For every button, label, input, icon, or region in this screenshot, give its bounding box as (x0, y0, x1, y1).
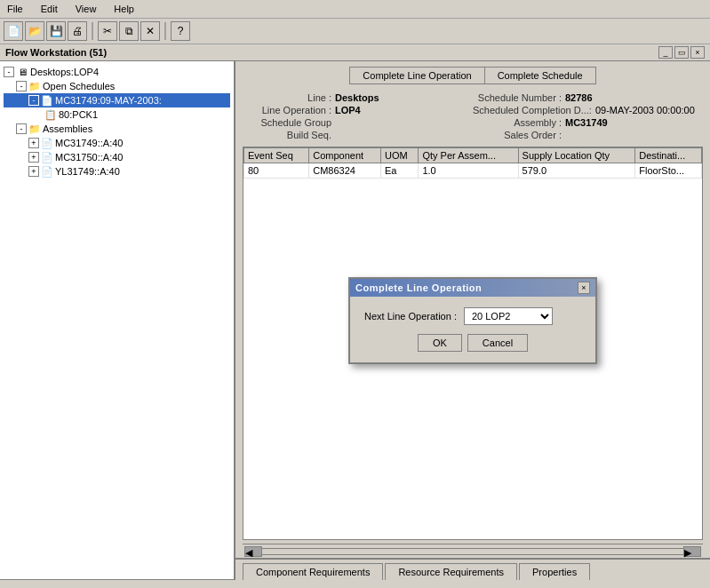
tree-icon-asm3: 📄 (41, 165, 53, 178)
menu-file[interactable]: File (4, 2, 27, 16)
window-restore-btn[interactable]: ▭ (674, 46, 689, 59)
toolbar-print-btn[interactable]: 🖨 (68, 21, 87, 41)
tree-asm1[interactable]: + 📄 MC31749::A:40 (4, 136, 230, 150)
menu-bar: File Edit View Help (0, 0, 710, 19)
tree-expand-schedules[interactable]: - (16, 81, 27, 91)
tree-assemblies[interactable]: - 📁 Assemblies (4, 122, 230, 136)
modal-close-btn[interactable]: × (578, 282, 590, 294)
tree-icon-asm2: 📄 (41, 151, 53, 163)
tree-expand-asm2[interactable]: + (28, 152, 39, 163)
tree-panel: - 🖥 Desktops:LOP4 - 📁 Open Schedules - 📄… (0, 61, 235, 580)
modal-next-op-row: Next Line Operation : 20 LOP230 LOP340 L… (364, 307, 581, 325)
tree-open-schedules[interactable]: - 📁 Open Schedules (4, 79, 230, 93)
toolbar-cut-btn[interactable]: ✂ (98, 21, 117, 41)
tree-expand-assemblies[interactable]: - (16, 123, 27, 134)
toolbar-save-btn[interactable]: 💾 (46, 21, 66, 41)
tree-expand-asm1[interactable]: + (28, 138, 39, 148)
toolbar-help-btn[interactable]: ? (171, 21, 190, 41)
window-title-bar: Flow Workstation (51) _ ▭ × (0, 44, 710, 61)
modal-cancel-btn[interactable]: Cancel (467, 334, 528, 352)
toolbar-delete-btn[interactable]: ✕ (140, 21, 160, 41)
modal-buttons: OK Cancel (364, 334, 581, 352)
toolbar-separator (92, 22, 93, 40)
menu-help[interactable]: Help (110, 2, 138, 16)
tree-icon-assemblies: 📁 (28, 123, 41, 135)
window-title: Flow Workstation (51) (5, 47, 107, 58)
tree-icon-schedules: 📁 (28, 80, 41, 92)
tree-asm2-label: MC31750::A:40 (55, 152, 123, 163)
tree-mc31749-label: MC31749:09-MAY-2003: (55, 95, 162, 106)
tree-root[interactable]: - 🖥 Desktops:LOP4 (4, 65, 230, 79)
window-controls: _ ▭ × (658, 46, 705, 59)
tree-asm3-label: YL31749::A:40 (55, 166, 120, 177)
toolbar: 📄 📂 💾 🖨 ✂ ⧉ ✕ ? (0, 19, 710, 44)
tree-open-schedules-label: Open Schedules (43, 81, 115, 91)
toolbar-open-btn[interactable]: 📂 (25, 21, 44, 41)
tree-asm1-label: MC31749::A:40 (55, 138, 123, 148)
menu-edit[interactable]: Edit (37, 2, 61, 16)
modal-title: Complete Line Operation (355, 282, 482, 293)
main-area: - 🖥 Desktops:LOP4 - 📁 Open Schedules - 📄… (0, 61, 710, 580)
modal-ok-btn[interactable]: OK (418, 334, 462, 352)
toolbar-separator2 (164, 22, 166, 40)
modal-overlay: Complete Line Operation × Next Line Oper… (235, 61, 710, 580)
tree-expand-mc31749[interactable]: - (28, 95, 39, 106)
tree-node-pck1[interactable]: 📋 80:PCK1 (4, 107, 230, 122)
tree-icon-asm1: 📄 (41, 137, 53, 149)
tree-pck1-label: 80:PCK1 (59, 109, 98, 120)
modal-dialog: Complete Line Operation × Next Line Oper… (348, 277, 597, 364)
tree-root-label: Desktops:LOP4 (30, 67, 99, 77)
menu-view[interactable]: View (72, 2, 100, 16)
tree-expand-root[interactable]: - (4, 67, 14, 77)
tree-expand-asm3[interactable]: + (28, 166, 39, 177)
tree-assemblies-label: Assemblies (43, 123, 92, 134)
window-close-btn[interactable]: × (690, 46, 705, 59)
tree-node-mc31749[interactable]: - 📄 MC31749:09-MAY-2003: (4, 93, 230, 107)
modal-next-op-select[interactable]: 20 LOP230 LOP340 LOP4 (464, 307, 553, 325)
toolbar-copy-btn[interactable]: ⧉ (119, 21, 139, 41)
modal-body: Next Line Operation : 20 LOP230 LOP340 L… (350, 297, 595, 362)
toolbar-new-btn[interactable]: 📄 (4, 21, 23, 41)
tree-icon-pck1: 📋 (44, 108, 57, 121)
modal-title-bar: Complete Line Operation × (350, 279, 595, 297)
tree-asm3[interactable]: + 📄 YL31749::A:40 (4, 164, 230, 179)
modal-next-op-label: Next Line Operation : (364, 311, 457, 322)
right-panel: Complete Line Operation Complete Schedul… (235, 61, 710, 580)
tree-icon-mc31749: 📄 (41, 94, 53, 107)
window-minimize-btn[interactable]: _ (658, 46, 673, 59)
tree-icon-root: 🖥 (16, 66, 28, 78)
tree-asm2[interactable]: + 📄 MC31750::A:40 (4, 150, 230, 164)
